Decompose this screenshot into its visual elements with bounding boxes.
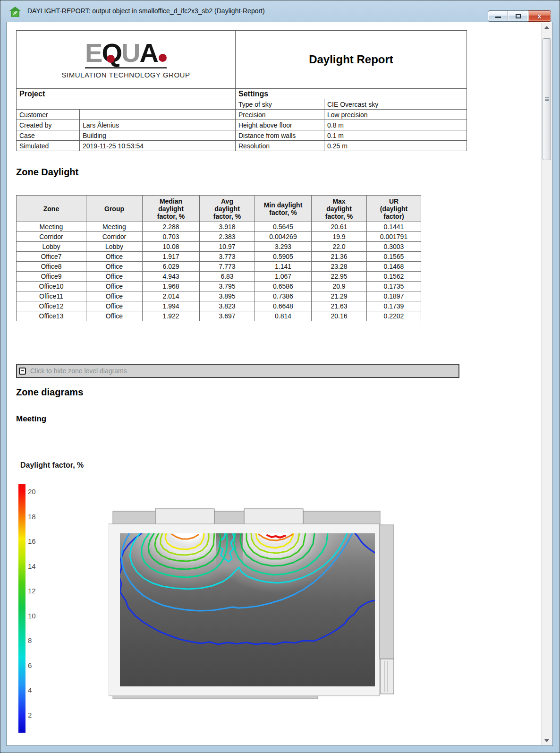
settings-row: Type of skyCIE Overcast sky [236,99,467,110]
zone-row: LobbyLobby10.0810.973.29322.00.3003 [17,242,421,252]
table-cell: 0.1562 [367,272,421,282]
scrollbar-thumb[interactable] [543,38,551,160]
table-cell: 22.95 [312,272,367,282]
legend-tick-label: 20 [28,488,36,496]
table-cell: Office8 [17,262,86,272]
project-header: Project [17,89,236,99]
table-cell: Corridor [17,232,86,242]
project-row: Customer [17,110,236,120]
table-cell: Office [86,262,143,272]
table-cell: 0.2202 [367,311,421,321]
app-house-icon [9,7,21,17]
table-cell: 3.773 [200,252,255,262]
table-cell: 6.029 [143,262,200,272]
zone-column-header: Max daylight factor, % [312,196,367,222]
table-cell: 0.8 m [324,120,467,130]
table-cell: Lars Ålenius [80,120,236,130]
maximize-icon [516,14,521,18]
maximize-button[interactable] [508,10,528,22]
project-table: EQUA SIMULATION TECHNOLOGY GROUP Project… [16,30,236,151]
scroll-down-button[interactable] [542,736,552,745]
table-cell: Office [86,252,143,262]
toggle-zone-diagrams-bar[interactable]: Click to hide zone level diagrams [16,364,459,378]
table-cell: 6.83 [200,272,255,282]
zone-row: Office7Office1.9173.7730.590521.360.1565 [17,252,421,262]
table-cell: Lobby [86,242,143,252]
minimize-button[interactable] [488,10,508,22]
scroll-up-icon [544,26,549,29]
table-cell: Office [86,311,143,321]
table-cell: Office10 [17,282,86,291]
table-cell: 3.823 [200,301,255,311]
zone-row: MeetingMeeting2.2883.9180.564520.610.144… [17,222,421,232]
table-cell: Created by [17,120,80,130]
zone-row: CorridorCorridor0.7032.3830.00426919.90.… [17,232,421,242]
table-cell: 0.6648 [255,301,312,311]
legend-tick-label: 18 [28,513,36,521]
table-cell: 20.9 [312,282,367,291]
project-row [17,99,236,110]
title-bar[interactable]: DAYLIGHT-REPORT: output object in smallo… [0,0,560,22]
close-button[interactable]: x [528,10,551,22]
table-cell: Resolution [236,141,324,151]
table-cell: 0.814 [255,311,312,321]
table-cell: Simulated [17,141,80,151]
zone-column-header: Avg daylight factor, % [200,196,255,222]
zone-diagrams-heading: Zone diagrams [16,387,83,398]
zone-daylight-heading: Zone Daylight [16,167,78,178]
table-cell: 10.08 [143,242,200,252]
legend-tick-label: 2 [28,711,32,719]
zone-row: Office11Office2.0143.8950.738621.290.189… [17,291,421,301]
scroll-up-button[interactable] [542,23,552,32]
table-cell: 0.3003 [367,242,421,252]
project-row: CaseBuilding [17,130,236,141]
table-cell: 4.943 [143,272,200,282]
table-cell: 3.293 [255,242,312,252]
minimize-icon [495,17,501,18]
table-cell: Office [86,282,143,291]
window-opening-right [244,509,303,526]
settings-header: Settings [236,89,467,99]
table-cell: 0.5645 [255,222,312,232]
table-cell: Case [17,130,80,141]
table-cell: Type of sky [236,99,324,110]
scrollbar-grip-icon [545,97,549,98]
table-cell: 1.968 [143,282,200,291]
table-cell: Office [86,291,143,301]
legend-tick-label: 12 [28,587,36,595]
collapse-minus-icon [19,368,26,375]
close-icon: x [538,12,542,20]
logo-red-dot [107,55,115,63]
zone-column-header: Group [86,196,143,222]
table-cell: 7.773 [200,262,255,272]
table-cell: Height above floor [236,120,324,130]
table-cell: 0.5905 [255,252,312,262]
settings-row: Height above floor0.8 m [236,120,467,130]
table-cell: 2019-11-25 10:53:54 [80,141,236,151]
table-cell: 3.918 [200,222,255,232]
table-cell: 0.703 [143,232,200,242]
collapse-bar-label: Click to hide zone level diagrams [30,367,127,375]
table-cell: Corridor [86,232,143,242]
project-row: Created byLars Ålenius [17,120,236,130]
table-cell: 0.1468 [367,262,421,272]
legend-colorbar [18,484,25,733]
app-window: DAYLIGHT-REPORT: output object in smallo… [0,0,560,753]
zone-column-header: UR (daylight factor) [367,196,421,222]
project-row: Simulated2019-11-25 10:53:54 [17,141,236,151]
zone-row: Office13Office1.9223.6970.81420.160.2202 [17,311,421,321]
scroll-down-icon [544,739,549,742]
table-cell: Office11 [17,291,86,301]
table-cell: 2.288 [143,222,200,232]
report-title: Daylight Report [238,53,464,66]
table-cell: 1.141 [255,262,312,272]
logo-subtitle: SIMULATION TECHNOLOGY GROUP [19,71,232,79]
door-right [381,659,394,694]
report-header-table: EQUA SIMULATION TECHNOLOGY GROUP Project… [16,30,467,151]
logo-letter: U [121,38,139,68]
table-cell: 3.795 [200,282,255,291]
vertical-scrollbar[interactable] [541,23,552,745]
table-cell: Office7 [17,252,86,262]
table-cell: 0.25 m [324,141,467,151]
legend-tick-label: 10 [28,612,36,620]
